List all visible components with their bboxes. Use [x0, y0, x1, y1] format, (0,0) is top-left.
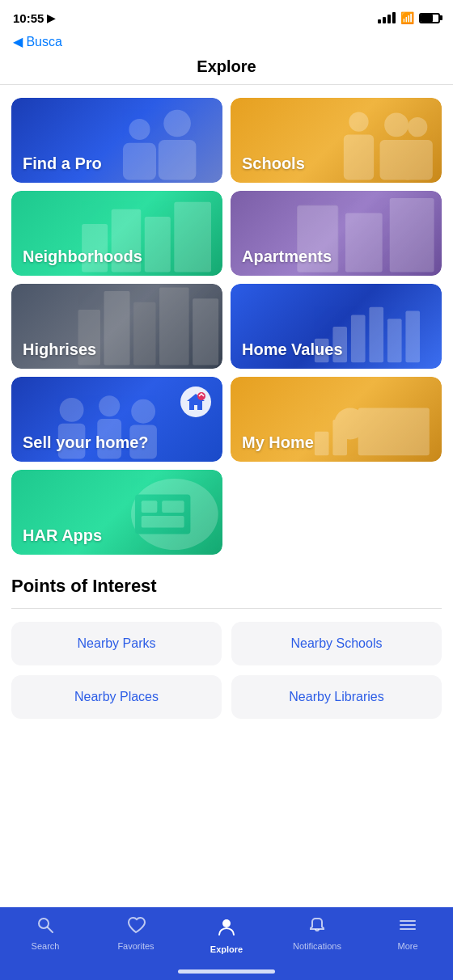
- apartments-card[interactable]: Apartments: [231, 191, 442, 276]
- my-home-label: My Home: [242, 433, 314, 452]
- svg-rect-17: [390, 198, 434, 272]
- wifi-icon: 📶: [400, 11, 414, 24]
- tab-explore[interactable]: Explore: [181, 915, 272, 954]
- poi-grid: Nearby Parks Nearby Schools Nearby Place…: [11, 622, 442, 719]
- nearby-places-button[interactable]: Nearby Places: [11, 675, 222, 719]
- favorites-icon: [126, 915, 146, 938]
- svg-point-0: [163, 110, 191, 137]
- status-bar: 10:55 ▶ 📶: [0, 0, 453, 32]
- svg-rect-43: [142, 501, 158, 513]
- my-home-card[interactable]: My Home: [231, 377, 442, 462]
- home-values-card[interactable]: Home Values: [231, 284, 442, 369]
- har-apps-illustration: [95, 470, 222, 555]
- sell-home-label: Sell your home?: [23, 433, 149, 452]
- more-icon: [398, 915, 417, 938]
- poi-row-1: Nearby Parks Nearby Schools: [11, 622, 442, 665]
- svg-rect-37: [358, 408, 430, 455]
- explore-grid: Find a Pro Schools: [0, 85, 453, 568]
- tab-search-label: Search: [32, 941, 60, 951]
- svg-rect-26: [370, 307, 384, 363]
- signal-icon: [378, 12, 396, 23]
- home-indicator: [178, 969, 275, 974]
- svg-rect-42: [135, 494, 191, 534]
- svg-rect-12: [145, 217, 171, 272]
- nearby-schools-button[interactable]: Nearby Schools: [231, 622, 442, 665]
- svg-rect-44: [163, 501, 184, 513]
- svg-point-29: [60, 398, 84, 422]
- notifications-icon: [307, 915, 327, 938]
- tab-favorites-label: Favorites: [117, 941, 154, 951]
- poi-section: Points of Interest Nearby Parks Nearby S…: [0, 568, 453, 732]
- tab-more[interactable]: More: [362, 915, 453, 951]
- page-title: Explore: [0, 57, 453, 76]
- grid-row-1: Find a Pro Schools: [11, 98, 442, 183]
- highrises-card[interactable]: Highrises: [11, 284, 222, 369]
- sell-home-house-icon: [180, 387, 211, 417]
- highrises-illustration: [74, 284, 222, 369]
- svg-rect-21: [159, 288, 189, 365]
- svg-point-48: [222, 919, 231, 927]
- svg-rect-13: [175, 202, 212, 272]
- poi-title: Points of Interest: [11, 576, 442, 597]
- status-icons: 📶: [378, 11, 440, 24]
- poi-divider: [11, 608, 442, 609]
- svg-rect-39: [315, 432, 329, 455]
- tab-notifications[interactable]: Notifications: [272, 915, 362, 951]
- svg-rect-3: [123, 143, 156, 180]
- svg-rect-28: [406, 311, 421, 363]
- svg-rect-27: [387, 319, 402, 362]
- svg-point-31: [99, 395, 120, 416]
- tab-bar: Search Favorites Explore Notifications: [0, 907, 453, 980]
- svg-rect-16: [345, 213, 383, 272]
- svg-rect-45: [142, 516, 184, 528]
- status-time: 10:55 ▶: [13, 11, 55, 25]
- home-values-label: Home Values: [242, 340, 343, 359]
- svg-line-47: [48, 927, 53, 932]
- svg-point-2: [129, 119, 150, 140]
- svg-rect-7: [344, 135, 374, 180]
- back-nav[interactable]: ◀ Busca: [0, 32, 453, 53]
- svg-rect-9: [403, 140, 433, 180]
- tab-notifications-label: Notifications: [293, 941, 341, 951]
- nearby-parks-button[interactable]: Nearby Parks: [11, 622, 222, 665]
- har-apps-label: HAR Apps: [23, 526, 102, 545]
- svg-rect-19: [104, 291, 130, 365]
- svg-point-4: [384, 112, 409, 137]
- highrises-label: Highrises: [23, 340, 96, 359]
- svg-point-33: [131, 399, 155, 424]
- neighborhoods-label: Neighborhoods: [23, 247, 142, 266]
- search-icon: [36, 915, 55, 938]
- tab-search[interactable]: Search: [0, 915, 91, 951]
- find-a-pro-label: Find a Pro: [23, 154, 102, 173]
- svg-rect-40: [333, 420, 348, 455]
- explore-icon: [215, 915, 238, 941]
- schools-card[interactable]: Schools: [231, 98, 442, 183]
- grid-row-3: Highrises Home Values: [11, 284, 442, 369]
- har-apps-card[interactable]: HAR Apps: [11, 470, 222, 555]
- svg-rect-25: [351, 315, 366, 362]
- tab-more-label: More: [397, 941, 417, 951]
- neighborhoods-card[interactable]: Neighborhoods: [11, 191, 222, 276]
- page-header: Explore: [0, 53, 453, 85]
- battery-icon: [419, 13, 440, 23]
- tab-favorites[interactable]: Favorites: [91, 915, 181, 951]
- svg-point-8: [408, 117, 427, 137]
- tab-explore-label: Explore: [210, 944, 243, 954]
- grid-row-2: Neighborhoods Apartments: [11, 191, 442, 276]
- nearby-libraries-button[interactable]: Nearby Libraries: [231, 675, 442, 719]
- grid-row-5: HAR Apps: [11, 470, 442, 555]
- svg-rect-20: [133, 302, 155, 365]
- svg-point-6: [349, 112, 368, 132]
- svg-rect-22: [193, 298, 218, 365]
- grid-row-4: Sell your home? My Home: [11, 377, 442, 462]
- location-icon: ▶: [47, 12, 55, 24]
- poi-row-2: Nearby Places Nearby Libraries: [11, 675, 442, 719]
- svg-rect-1: [159, 140, 197, 180]
- sell-home-card[interactable]: Sell your home?: [11, 377, 222, 462]
- find-a-pro-card[interactable]: Find a Pro: [11, 98, 222, 183]
- schools-label: Schools: [242, 154, 305, 173]
- svg-point-46: [39, 919, 49, 928]
- my-home-illustration: [311, 390, 438, 458]
- apartments-label: Apartments: [242, 247, 332, 266]
